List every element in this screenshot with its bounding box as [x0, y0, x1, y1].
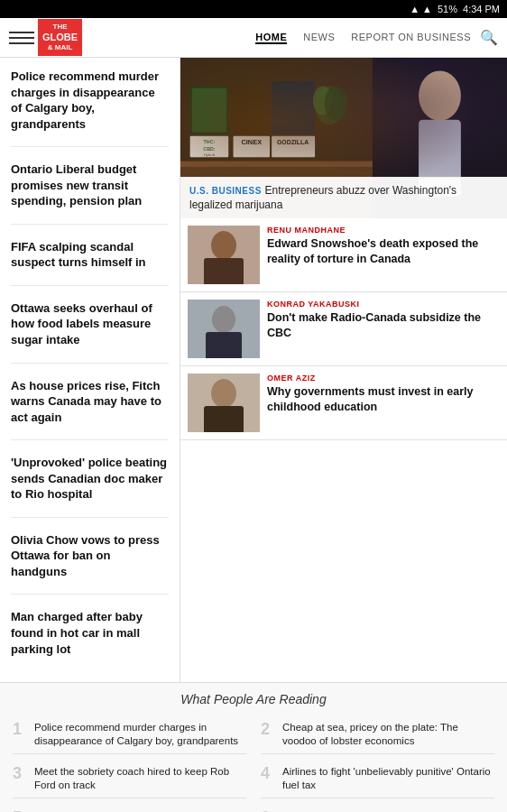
svg-text:THC:: THC:	[204, 139, 216, 144]
person-thumb-1-svg	[188, 226, 260, 284]
svg-text:GODZILLA: GODZILLA	[277, 139, 309, 145]
sidebar-article-2-title[interactable]: Ontario Liberal budget promises new tran…	[11, 161, 169, 209]
sidebar-article-6-title[interactable]: 'Unprovoked' police beating sends Canadi…	[11, 455, 169, 503]
hamburger-line	[9, 37, 34, 39]
sidebar-article-1: Police recommend murder charges in disap…	[11, 69, 169, 147]
hero-category: U.S. BUSINESS	[189, 186, 262, 196]
top-nav: THE GLOBE & MAIL HOME NEWS REPORT ON BUS…	[0, 18, 507, 58]
sidebar-article-4: Ottawa seeks overhaul of how food labels…	[11, 300, 169, 364]
nav-news[interactable]: NEWS	[303, 32, 335, 44]
svg-rect-24	[204, 258, 244, 284]
svg-point-21	[325, 87, 348, 121]
sidebar-article-4-title[interactable]: Ottawa seeks overhaul of how food labels…	[11, 300, 169, 348]
hero-image: THC: CBD: Hybrid CINEX GODZILLA	[180, 58, 507, 218]
sidebar-article-8: Man charged after baby found in hot car …	[11, 609, 169, 671]
reading-num-4: 4	[261, 765, 277, 792]
svg-point-29	[211, 379, 236, 408]
nav-home[interactable]: HOME	[255, 32, 287, 44]
reading-header: What People Are Reading	[13, 692, 494, 706]
article-text-3: OMER AZIZ Why governments must invest in…	[267, 374, 500, 432]
svg-rect-27	[206, 332, 242, 358]
nav-links: HOME NEWS REPORT ON BUSINESS	[255, 32, 471, 44]
hamburger-menu[interactable]	[9, 32, 34, 44]
article-text-1: RENU MANDHANE Edward Snowshoe's death ex…	[267, 226, 500, 284]
svg-rect-3	[192, 88, 226, 133]
reading-item-6[interactable]: 6 Doyle: Great goal but disappointing en…	[261, 804, 494, 812]
sidebar-article-5: As house prices rise, Fitch warns Canada…	[11, 378, 169, 441]
svg-text:Hybrid: Hybrid	[204, 152, 216, 157]
article-thumb-2	[188, 300, 260, 358]
hamburger-line	[9, 42, 34, 44]
svg-rect-1	[180, 58, 373, 172]
svg-rect-15	[180, 161, 373, 167]
person-thumb-2-svg	[188, 300, 260, 358]
reading-text-4: Airlines to fight 'unbelievably punitive…	[282, 765, 494, 792]
article-author-2: KONRAD YAKABUSKI	[267, 300, 500, 309]
sidebar-article-6: 'Unprovoked' police beating sends Canadi…	[11, 455, 169, 518]
article-author-3: OMER AZIZ	[267, 374, 500, 383]
sidebar-article-7-title[interactable]: Olivia Chow vows to press Ottawa for ban…	[11, 532, 169, 580]
svg-point-20	[313, 87, 332, 115]
article-title-2[interactable]: Don't make Radio-Canada subsidize the CB…	[267, 310, 500, 341]
article-card-3: OMER AZIZ Why governments must invest in…	[180, 366, 507, 440]
logo-globe: GLOBE	[42, 32, 78, 43]
svg-rect-30	[204, 406, 244, 432]
article-text-2: KONRAD YAKABUSKI Don't make Radio-Canada…	[267, 300, 500, 358]
reading-num-1: 1	[13, 721, 29, 748]
article-title-3[interactable]: Why governments must invest in early chi…	[267, 384, 500, 415]
logo-mail: & MAIL	[42, 43, 78, 52]
site-logo[interactable]: THE GLOBE & MAIL	[38, 19, 82, 55]
reading-text-2: Cheap at sea, pricey on the plate: The v…	[282, 721, 494, 748]
svg-rect-4	[234, 91, 267, 134]
hero-overlay: U.S. BUSINESS Entrepreneurs abuzz over W…	[180, 177, 507, 218]
article-thumb-3	[188, 374, 260, 432]
sidebar: Police recommend murder charges in disap…	[0, 58, 180, 682]
svg-point-26	[212, 306, 235, 333]
svg-point-17	[419, 70, 461, 120]
sidebar-article-8-title[interactable]: Man charged after baby found in hot car …	[11, 609, 169, 657]
svg-rect-10	[234, 136, 270, 157]
reading-text-3: Meet the sobriety coach hired to keep Ro…	[34, 765, 246, 792]
sidebar-article-5-title[interactable]: As house prices rise, Fitch warns Canada…	[11, 378, 169, 426]
article-card-1: RENU MANDHANE Edward Snowshoe's death ex…	[180, 218, 507, 292]
reading-item-2[interactable]: 2 Cheap at sea, pricey on the plate: The…	[261, 715, 494, 754]
reading-num-3: 3	[13, 765, 29, 792]
svg-rect-12	[272, 136, 315, 157]
svg-text:CBD:: CBD:	[203, 146, 216, 152]
sidebar-article-7: Olivia Chow vows to press Ottawa for ban…	[11, 532, 169, 595]
sidebar-article-3-title[interactable]: FIFA scalping scandal suspect turns hims…	[11, 239, 169, 271]
article-card-2: KONRAD YAKABUSKI Don't make Radio-Canada…	[180, 292, 507, 366]
article-thumb-1	[188, 226, 260, 284]
sidebar-article-2: Ontario Liberal budget promises new tran…	[11, 161, 169, 225]
reading-item-5[interactable]: 5 How wealthy families blow their money,…	[13, 804, 246, 812]
reading-section: What People Are Reading 1 Police recomme…	[0, 682, 507, 812]
sidebar-article-1-title[interactable]: Police recommend murder charges in disap…	[11, 69, 169, 132]
nav-business[interactable]: REPORT ON BUSINESS	[351, 32, 471, 44]
logo-the: THE	[42, 23, 78, 32]
status-bar: ▲ ▲ 51% 4:34 PM	[0, 0, 507, 18]
article-title-1[interactable]: Edward Snowshoe's death exposed the real…	[267, 236, 500, 267]
reading-item-1[interactable]: 1 Police recommend murder charges in dis…	[13, 715, 246, 754]
sidebar-article-3: FIFA scalping scandal suspect turns hims…	[11, 239, 169, 286]
reading-grid: 1 Police recommend murder charges in dis…	[13, 715, 494, 812]
wifi-icon: ▲ ▲	[410, 4, 432, 14]
main-layout: Police recommend murder charges in disap…	[0, 58, 507, 682]
reading-text-1: Police recommend murder charges in disap…	[34, 721, 246, 748]
hamburger-line	[9, 32, 34, 33]
search-icon[interactable]: 🔍	[480, 29, 498, 46]
svg-point-23	[211, 231, 236, 260]
battery-indicator: 51%	[438, 4, 457, 14]
svg-point-19	[315, 87, 344, 125]
svg-rect-5	[272, 81, 315, 134]
svg-text:CINEX: CINEX	[241, 138, 262, 146]
time-display: 4:34 PM	[463, 4, 500, 14]
article-author-1: RENU MANDHANE	[267, 226, 500, 235]
reading-item-4[interactable]: 4 Airlines to fight 'unbelievably puniti…	[261, 760, 494, 798]
reading-item-3[interactable]: 3 Meet the sobriety coach hired to keep …	[13, 760, 246, 798]
svg-rect-2	[190, 87, 229, 134]
main-content: THC: CBD: Hybrid CINEX GODZILLA	[180, 58, 507, 682]
person-thumb-3-svg	[188, 374, 260, 432]
svg-rect-6	[190, 136, 229, 157]
reading-num-2: 2	[261, 721, 277, 748]
